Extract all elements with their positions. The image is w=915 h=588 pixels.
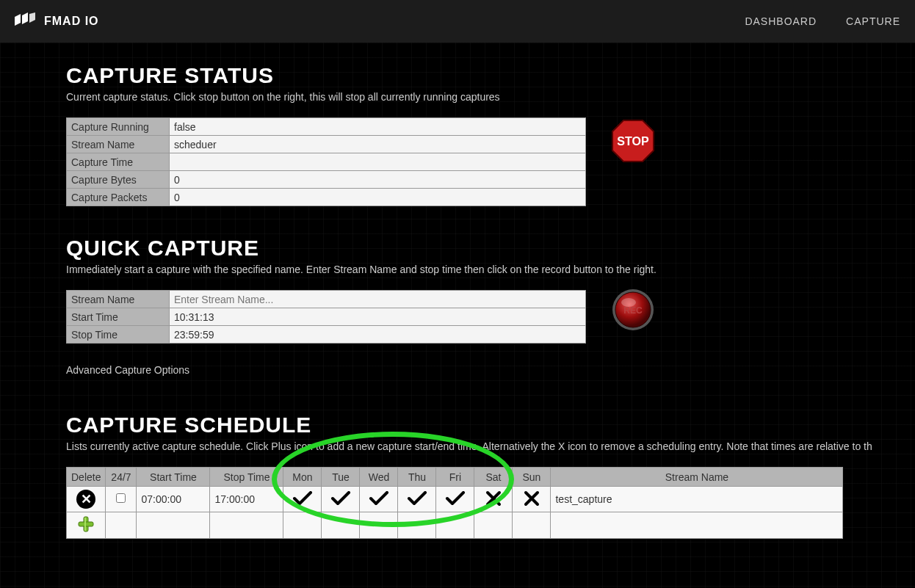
quick-stop-input[interactable] <box>174 329 581 341</box>
app-header: FMAD IO DASHBOARD CAPTURE <box>0 0 915 43</box>
status-time-label: Capture Time <box>67 153 170 171</box>
hdr-fri: Fri <box>436 468 474 487</box>
status-desc: Current capture status. Click stop butto… <box>66 91 849 103</box>
check-icon <box>445 491 466 506</box>
quick-stream-input[interactable] <box>174 294 581 305</box>
hdr-mon: Mon <box>283 468 322 487</box>
status-running-label: Capture Running <box>67 118 170 136</box>
svg-marker-0 <box>15 14 21 26</box>
schedule-title: CAPTURE SCHEDULE <box>66 413 849 438</box>
nav-dashboard[interactable]: DASHBOARD <box>745 15 817 27</box>
check-icon <box>369 491 389 506</box>
top-nav: DASHBOARD CAPTURE <box>745 15 900 27</box>
quick-table: Stream Name Start Time Stop Time <box>66 290 586 344</box>
record-button[interactable]: REC <box>610 286 657 335</box>
brand-name: FMAD IO <box>44 15 99 28</box>
status-running-value: false <box>170 118 586 136</box>
row-mon[interactable] <box>283 487 322 512</box>
delete-row-button[interactable]: ✕ <box>76 490 95 509</box>
status-bytes-value: 0 <box>170 171 586 189</box>
schedule-desc: Lists currently active capture schedule.… <box>66 440 849 452</box>
schedule-add-row <box>67 512 843 539</box>
status-packets-value: 0 <box>170 189 586 206</box>
schedule-section: Delete 24/7 Start Time Stop Time Mon Tue… <box>66 467 849 539</box>
quick-stream-label: Stream Name <box>67 291 170 308</box>
row-wed[interactable] <box>360 487 398 512</box>
add-row-button[interactable] <box>77 515 95 533</box>
hdr-sun: Sun <box>513 468 551 487</box>
status-title: CAPTURE STATUS <box>66 63 849 88</box>
hdr-wed: Wed <box>360 468 398 487</box>
stop-button[interactable]: STOP <box>610 117 657 167</box>
svg-text:REC: REC <box>623 305 643 316</box>
row-fri[interactable] <box>436 487 474 512</box>
row-stop[interactable]: 17:00:00 <box>210 487 283 512</box>
quick-desc: Immediately start a capture with the spe… <box>66 264 849 275</box>
status-bytes-label: Capture Bytes <box>67 171 170 189</box>
hdr-247: 24/7 <box>106 468 137 487</box>
svg-rect-11 <box>84 518 86 531</box>
row-247-checkbox[interactable] <box>116 493 126 503</box>
schedule-table: Delete 24/7 Start Time Stop Time Mon Tue… <box>66 467 843 539</box>
schedule-row: ✕ 07:00:00 17:00:00 test_capture <box>67 487 843 512</box>
hdr-name: Stream Name <box>551 468 843 487</box>
hdr-start: Start Time <box>137 468 210 487</box>
status-time-value <box>170 153 586 171</box>
check-icon <box>407 491 427 506</box>
quick-section: Stream Name Start Time Stop Time <box>66 290 849 376</box>
check-icon <box>292 491 313 506</box>
status-table: Capture Runningfalse Stream Namescheduer… <box>66 117 586 206</box>
row-name[interactable]: test_capture <box>551 487 843 512</box>
brand-logo: FMAD IO <box>15 12 99 30</box>
hdr-delete: Delete <box>67 468 106 487</box>
status-stream-label: Stream Name <box>67 136 170 153</box>
status-stream-value: scheduer <box>170 136 586 153</box>
status-packets-label: Capture Packets <box>67 189 170 206</box>
hdr-stop: Stop Time <box>210 468 283 487</box>
hdr-sat: Sat <box>474 468 513 487</box>
row-sun[interactable] <box>513 487 551 512</box>
svg-marker-2 <box>29 12 35 23</box>
status-section: Capture Runningfalse Stream Namescheduer… <box>66 117 849 206</box>
logo-icon <box>15 12 38 30</box>
row-tue[interactable] <box>322 487 360 512</box>
row-sat[interactable] <box>474 487 513 512</box>
svg-text:STOP: STOP <box>617 135 649 148</box>
hdr-thu: Thu <box>398 468 436 487</box>
advanced-options-link[interactable]: Advanced Capture Options <box>66 364 849 376</box>
page-content: CAPTURE STATUS Current capture status. C… <box>0 43 915 588</box>
quick-start-label: Start Time <box>67 308 170 326</box>
nav-capture[interactable]: CAPTURE <box>846 15 900 27</box>
cross-icon <box>485 490 502 507</box>
hdr-tue: Tue <box>322 468 360 487</box>
quick-start-input[interactable] <box>174 311 581 323</box>
row-start[interactable]: 07:00:00 <box>137 487 210 512</box>
check-icon <box>330 491 351 506</box>
quick-stop-label: Stop Time <box>67 326 170 344</box>
row-thu[interactable] <box>398 487 436 512</box>
quick-title: QUICK CAPTURE <box>66 236 849 261</box>
svg-marker-1 <box>22 12 28 24</box>
cross-icon <box>524 490 540 507</box>
